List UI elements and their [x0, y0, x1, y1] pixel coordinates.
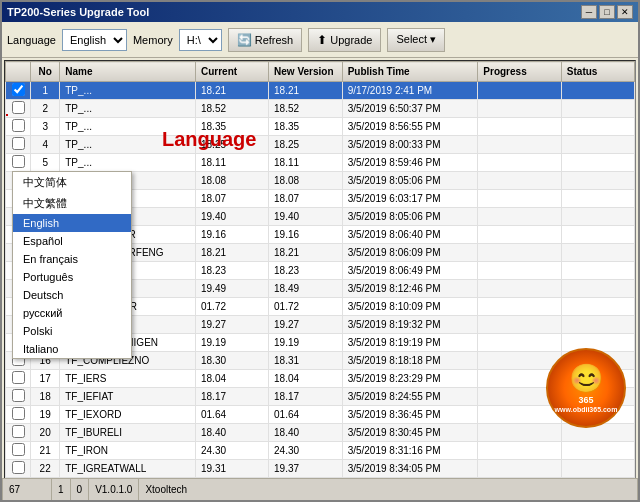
row-current: 18.04 — [195, 370, 268, 388]
table-row[interactable]: 5TP_...18.1118.113/5/2019 8:59:46 PM — [6, 154, 635, 172]
row-name: TF_IERS — [60, 370, 196, 388]
row-number: 4 — [31, 136, 60, 154]
row-status — [561, 262, 634, 280]
row-checkbox[interactable] — [12, 389, 25, 402]
lang-zh-simplified[interactable]: 中文简体 — [13, 172, 131, 193]
status-count: 67 — [2, 479, 52, 500]
row-progress — [478, 352, 562, 370]
table-row[interactable]: 19TF_IEXORD01.6401.643/5/2019 8:36:45 PM — [6, 406, 635, 424]
lang-zh-traditional[interactable]: 中文繁體 — [13, 193, 131, 214]
upgrade-button[interactable]: ⬆ Upgrade — [308, 28, 381, 52]
lang-espanol[interactable]: Español — [13, 232, 131, 250]
row-progress — [478, 172, 562, 190]
row-progress — [478, 118, 562, 136]
row-status — [561, 154, 634, 172]
row-progress — [478, 460, 562, 478]
row-checkbox[interactable] — [12, 407, 25, 420]
row-status — [561, 190, 634, 208]
col-header-publish-time: Publish Time — [342, 62, 478, 82]
row-checkbox[interactable] — [12, 461, 25, 474]
table-row[interactable]: 2TP_...18.5218.523/5/2019 6:50:37 PM — [6, 100, 635, 118]
lang-russian[interactable]: русский — [13, 304, 131, 322]
row-checkbox[interactable] — [12, 443, 25, 456]
row-current: 18.11 — [195, 154, 268, 172]
language-dropdown-list: 中文简体 中文繁體 English Español En français Po… — [12, 171, 132, 359]
table-row[interactable]: 23TF_ICNAFE18.1518.153/5/2019 8:23:23 PM — [6, 478, 635, 479]
lang-francais[interactable]: En français — [13, 250, 131, 268]
row-current: 18.52 — [195, 100, 268, 118]
row-checkbox[interactable] — [12, 83, 25, 96]
row-checkbox[interactable] — [12, 137, 25, 150]
table-row[interactable]: 18TF_IEFIAT18.1718.173/5/2019 8:24:55 PM — [6, 388, 635, 406]
row-new-version: 19.16 — [269, 226, 343, 244]
row-current: 19.40 — [195, 208, 268, 226]
lang-polski[interactable]: Polski — [13, 322, 131, 340]
row-publish-time: 3/5/2019 8:59:46 PM — [342, 154, 478, 172]
row-checkbox[interactable] — [12, 371, 25, 384]
row-progress — [478, 298, 562, 316]
row-publish-time: 3/5/2019 8:19:19 PM — [342, 334, 478, 352]
select-button[interactable]: Select ▾ — [387, 28, 445, 52]
table-row[interactable]: 20TF_IBURELI18.4018.403/5/2019 8:30:45 P… — [6, 424, 635, 442]
row-checkbox[interactable] — [12, 155, 25, 168]
window-controls: ─ □ ✕ — [581, 5, 633, 19]
row-current: 18.15 — [195, 478, 268, 479]
row-checkbox[interactable] — [12, 425, 25, 438]
table-row[interactable]: 17TF_IERS18.0418.043/5/2019 8:23:29 PM — [6, 370, 635, 388]
row-new-version: 18.17 — [269, 388, 343, 406]
row-progress — [478, 244, 562, 262]
row-current: 18.17 — [195, 388, 268, 406]
table-row[interactable]: 1TP_...18.2118.219/17/2019 2:41 PM — [6, 82, 635, 100]
logo-text-top: 365 — [578, 395, 593, 406]
row-new-version: 18.40 — [269, 424, 343, 442]
language-select[interactable]: English — [62, 29, 127, 51]
maximize-button[interactable]: □ — [599, 5, 615, 19]
row-new-version: 18.23 — [269, 262, 343, 280]
row-new-version: 01.72 — [269, 298, 343, 316]
row-progress — [478, 406, 562, 424]
title-bar: TP200-Series Upgrade Tool ─ □ ✕ — [2, 2, 638, 22]
status-company: Xtooltech — [139, 479, 638, 500]
refresh-button[interactable]: 🔄 Refresh — [228, 28, 303, 52]
row-current: 18.07 — [195, 190, 268, 208]
table-row[interactable]: 4TP_...18.2518.253/5/2019 8:00:33 PM — [6, 136, 635, 154]
row-status — [561, 100, 634, 118]
content-area: 中文简体 中文繁體 English Español En français Po… — [2, 58, 638, 478]
row-checkbox[interactable] — [12, 119, 25, 132]
logo-badge: 😊 365 www.obdii365.com — [546, 348, 626, 428]
row-checkbox[interactable] — [12, 101, 25, 114]
lang-deutsch[interactable]: Deutsch — [13, 286, 131, 304]
row-new-version: 18.21 — [269, 82, 343, 100]
row-progress — [478, 280, 562, 298]
row-current: 18.30 — [195, 352, 268, 370]
lang-english[interactable]: English — [13, 214, 131, 232]
row-status — [561, 316, 634, 334]
status-bar: 67 1 0 V1.0.1.0 Xtooltech — [2, 478, 638, 500]
row-status — [561, 118, 634, 136]
lang-portugues[interactable]: Português — [13, 268, 131, 286]
table-row[interactable]: 3TP_...18.3518.353/5/2019 8:56:55 PM — [6, 118, 635, 136]
col-header-status: Status — [561, 62, 634, 82]
row-progress — [478, 82, 562, 100]
row-publish-time: 3/5/2019 8:10:09 PM — [342, 298, 478, 316]
row-publish-time: 3/5/2019 8:36:45 PM — [342, 406, 478, 424]
toolbar: Language English Memory H:\ 🔄 Refresh ⬆ … — [2, 22, 638, 58]
row-new-version: 19.37 — [269, 460, 343, 478]
close-button[interactable]: ✕ — [617, 5, 633, 19]
minimize-button[interactable]: ─ — [581, 5, 597, 19]
row-publish-time: 3/5/2019 8:18:18 PM — [342, 352, 478, 370]
row-status — [561, 208, 634, 226]
row-name: TF_IRON — [60, 442, 196, 460]
memory-select[interactable]: H:\ — [179, 29, 222, 51]
row-current: 18.23 — [195, 262, 268, 280]
lang-italiano[interactable]: Italiano — [13, 340, 131, 358]
table-row[interactable]: 22TF_IGREATWALL19.3119.373/5/2019 8:34:0… — [6, 460, 635, 478]
row-current: 19.27 — [195, 316, 268, 334]
row-name: TF_IBURELI — [60, 424, 196, 442]
row-current: 18.40 — [195, 424, 268, 442]
row-current: 01.72 — [195, 298, 268, 316]
row-new-version: 18.31 — [269, 352, 343, 370]
row-current: 19.19 — [195, 334, 268, 352]
row-status — [561, 280, 634, 298]
table-row[interactable]: 21TF_IRON24.3024.303/5/2019 8:31:16 PM — [6, 442, 635, 460]
